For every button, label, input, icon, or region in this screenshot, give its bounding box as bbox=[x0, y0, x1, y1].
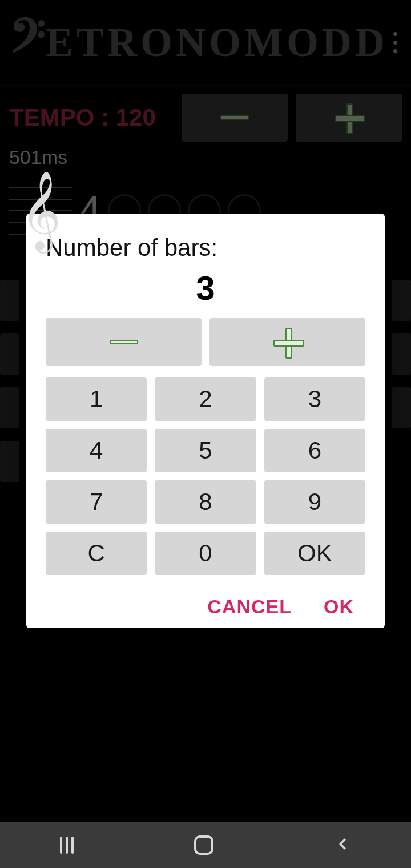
key-1[interactable]: 1 bbox=[46, 377, 147, 421]
ok-button[interactable]: OK bbox=[324, 596, 354, 618]
key-clear[interactable]: C bbox=[46, 532, 147, 575]
key-7[interactable]: 7 bbox=[46, 480, 147, 524]
minus-icon bbox=[110, 340, 138, 344]
key-4[interactable]: 4 bbox=[46, 429, 147, 472]
key-ok[interactable]: OK bbox=[264, 532, 365, 575]
back-button[interactable] bbox=[334, 835, 351, 855]
key-9[interactable]: 9 bbox=[264, 480, 365, 524]
key-8[interactable]: 8 bbox=[155, 480, 256, 524]
plus-icon bbox=[273, 328, 302, 356]
bars-increase-button[interactable] bbox=[209, 318, 365, 366]
home-button[interactable] bbox=[194, 835, 213, 855]
bars-decrease-button[interactable] bbox=[46, 318, 202, 366]
keypad: 1 2 3 4 5 6 7 8 9 C 0 OK bbox=[46, 377, 365, 575]
dialog-value: 3 bbox=[46, 268, 365, 308]
modal-overlay: Number of bars: 3 1 2 3 4 5 6 7 8 9 C 0 … bbox=[0, 0, 411, 868]
recents-button[interactable] bbox=[60, 837, 74, 854]
key-5[interactable]: 5 bbox=[155, 429, 256, 472]
system-navbar bbox=[0, 822, 411, 868]
key-2[interactable]: 2 bbox=[155, 377, 256, 421]
key-3[interactable]: 3 bbox=[264, 377, 365, 421]
dialog-title: Number of bars: bbox=[46, 234, 365, 262]
cancel-button[interactable]: CANCEL bbox=[207, 596, 292, 618]
number-of-bars-dialog: Number of bars: 3 1 2 3 4 5 6 7 8 9 C 0 … bbox=[26, 214, 385, 628]
key-6[interactable]: 6 bbox=[264, 429, 365, 472]
treble-clef-icon: 𝄞 bbox=[21, 171, 61, 251]
key-0[interactable]: 0 bbox=[155, 532, 256, 575]
